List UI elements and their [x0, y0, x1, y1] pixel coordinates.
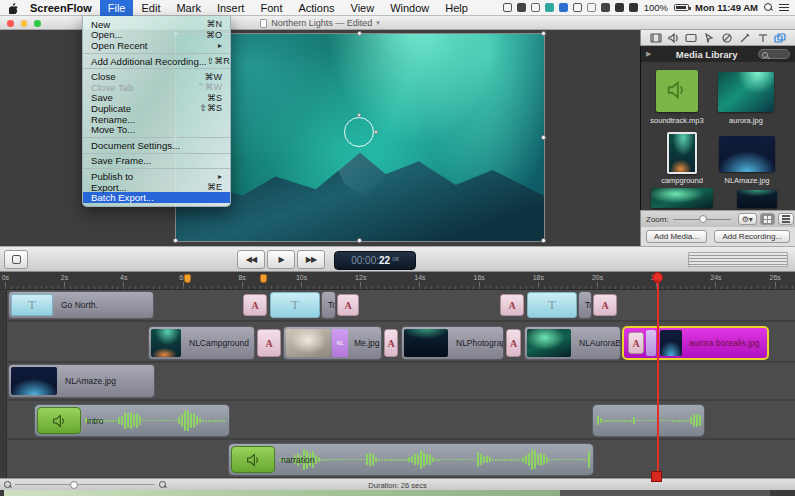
transition-clip[interactable]: A	[257, 329, 281, 357]
transition-clip[interactable]: A	[506, 329, 521, 357]
media-item-campground[interactable]	[667, 132, 697, 174]
clip-nlaurorabo[interactable]: NLAuroraBo	[524, 326, 621, 360]
menu-mark[interactable]: Mark	[168, 0, 208, 16]
screen-recording-icon[interactable]	[685, 32, 698, 43]
menu-item-save-frame[interactable]: Save Frame...	[83, 156, 230, 167]
apple-menu-icon[interactable]	[4, 1, 22, 14]
menu-item-save[interactable]: Save⌘S	[83, 93, 230, 104]
text-props-icon[interactable]	[756, 32, 769, 43]
control-dot[interactable]	[357, 113, 361, 117]
menu-screenflow[interactable]: ScreenFlow	[22, 0, 100, 16]
cursor-icon[interactable]	[703, 32, 716, 43]
notification-center-icon[interactable]	[779, 4, 789, 12]
grid-view-button[interactable]	[760, 213, 775, 225]
menu-item-batch-export[interactable]: Batch Export...	[83, 192, 230, 203]
menu-item-add-additional-recording[interactable]: Add Additional Recording...⇧⌘R	[83, 56, 230, 67]
display-icon[interactable]	[573, 3, 582, 12]
clip-me-jpg[interactable]: NLMe.jpg	[283, 326, 382, 360]
annotations-icon[interactable]	[738, 32, 751, 43]
media-item[interactable]	[651, 188, 713, 208]
playhead-pin[interactable]	[652, 272, 662, 283]
list-view-button[interactable]	[778, 213, 794, 225]
media-search-input[interactable]	[758, 49, 790, 59]
transition-clip[interactable]: A	[384, 329, 398, 357]
text-style-clip[interactable]: T	[527, 292, 577, 318]
control-dot[interactable]	[374, 130, 378, 134]
media-action-gear-button[interactable]: ⚙▾	[738, 213, 757, 225]
blue-app-icon[interactable]	[559, 3, 568, 12]
clip-to[interactable]: To	[578, 291, 592, 319]
audio-props-icon[interactable]	[667, 32, 680, 43]
menu-view[interactable]: View	[343, 0, 383, 16]
add-recording-button[interactable]: Add Recording...	[714, 230, 790, 243]
audio-clip-intro[interactable]: intro	[34, 404, 230, 437]
menu-edit[interactable]: Edit	[133, 0, 168, 16]
playhead-handle[interactable]	[651, 471, 662, 482]
volume-icon[interactable]	[629, 3, 638, 12]
media-item-soundtrack-mp3[interactable]	[656, 70, 698, 112]
media-library-icon[interactable]	[774, 32, 787, 43]
selection-handle[interactable]	[357, 31, 362, 36]
clip-nlphotograp[interactable]: NLPhotograp	[401, 326, 504, 360]
callout-icon[interactable]	[720, 32, 733, 43]
center-control-circle[interactable]	[344, 117, 374, 147]
clip-nlcampground[interactable]: NLCampground	[148, 326, 255, 360]
canvas-tool-button[interactable]	[4, 250, 28, 269]
media-item-nlamaze-jpg[interactable]	[719, 136, 775, 172]
wifi-icon[interactable]	[615, 3, 624, 12]
menu-item-publish-to[interactable]: Publish to▸	[83, 171, 230, 182]
audio-clip-narration[interactable]: narration	[228, 443, 594, 476]
media-item-aurora-jpg[interactable]	[718, 72, 774, 112]
notes-icon[interactable]	[517, 3, 526, 12]
title-chevron-icon[interactable]: ▾	[376, 19, 380, 27]
text-style-clip[interactable]: T	[270, 292, 320, 318]
menu-item-document-settings[interactable]: Document Settings...	[83, 140, 230, 151]
disclosure-triangle-icon[interactable]: ▶	[646, 50, 651, 58]
transition-clip[interactable]: A	[593, 294, 617, 316]
timeline-ruler[interactable]: 0s2s4s6s8s10s12s14s16s18s20s22s24s26s	[0, 272, 795, 290]
clock-icon[interactable]	[587, 3, 596, 12]
camera-icon[interactable]	[503, 3, 512, 12]
menu-item-open-recent[interactable]: Open Recent▸	[83, 40, 230, 51]
selection-handle[interactable]	[541, 31, 546, 36]
media-item[interactable]	[737, 190, 777, 208]
selected-clip-aurora-borealis[interactable]: Aaurora borealis.jpg	[622, 326, 769, 360]
menu-window[interactable]: Window	[382, 0, 437, 16]
menu-item-export[interactable]: Export...⌘E	[83, 182, 230, 193]
transition-clip[interactable]: A	[628, 332, 644, 354]
play-button[interactable]: ▶	[267, 250, 295, 269]
timeline-marker-icon[interactable]	[260, 274, 267, 283]
menu-help[interactable]: Help	[437, 0, 476, 16]
clip-to[interactable]: To	[321, 291, 336, 319]
video-props-icon[interactable]	[649, 32, 662, 43]
selection-handle[interactable]	[357, 238, 362, 243]
spotlight-icon[interactable]	[764, 3, 773, 12]
fast-forward-button[interactable]: ▶▶	[297, 250, 325, 269]
playhead-line[interactable]	[657, 272, 659, 478]
selection-handle[interactable]	[541, 135, 546, 140]
transition-clip[interactable]: A	[243, 294, 267, 316]
timeline-marker-icon[interactable]	[184, 274, 191, 283]
menu-item-open[interactable]: Open...⌘O	[83, 30, 230, 41]
bluetooth-icon[interactable]	[601, 3, 610, 12]
clip-nlamaze-jpg[interactable]: NLAmaze.jpg	[8, 364, 155, 398]
clip-go-north[interactable]: TGo North.	[8, 291, 154, 319]
menu-item-duplicate[interactable]: Duplicate⇧⌘S	[83, 103, 230, 114]
add-media-button[interactable]: Add Media...	[646, 230, 707, 243]
menu-insert[interactable]: Insert	[209, 0, 253, 16]
swirl-icon[interactable]	[531, 3, 540, 12]
menu-file[interactable]: File	[100, 0, 134, 16]
teal-app-icon[interactable]	[545, 3, 554, 12]
menu-item-new[interactable]: New⌘N	[83, 19, 230, 30]
media-zoom-slider[interactable]	[673, 219, 731, 220]
rewind-button[interactable]: ◀◀	[237, 250, 265, 269]
audio-clip[interactable]	[592, 404, 705, 437]
transition-clip[interactable]: A	[500, 294, 524, 316]
transition-clip[interactable]: A	[337, 294, 359, 316]
menu-item-rename[interactable]: Rename...	[83, 114, 230, 125]
selection-handle[interactable]	[173, 238, 178, 243]
menu-item-move-to[interactable]: Move To...	[83, 124, 230, 135]
menu-item-close[interactable]: Close⌘W	[83, 71, 230, 82]
selection-handle[interactable]	[541, 238, 546, 243]
menu-actions[interactable]: Actions	[290, 0, 342, 16]
